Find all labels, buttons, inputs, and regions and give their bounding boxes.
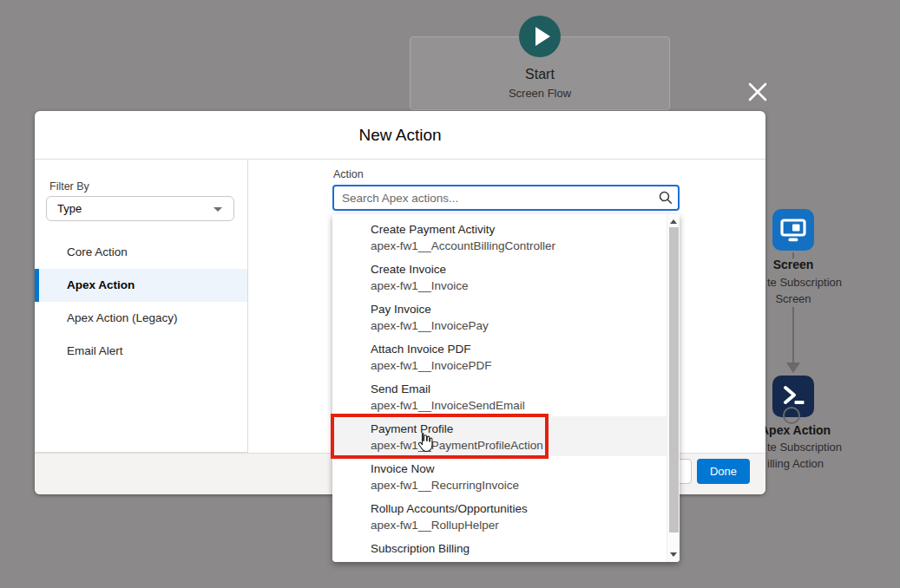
category-label: Core Action (67, 245, 128, 258)
option-attach-invoice-pdf[interactable]: Attach Invoice PDF apex-fw1__InvoicePDF (332, 336, 667, 376)
option-title: Create Invoice (371, 261, 667, 278)
modal-header: New Action (35, 111, 765, 160)
option-subtitle: apex-fw1__Invoice (371, 278, 667, 294)
option-title: Rollup Accounts/Opportunities (371, 500, 667, 517)
apex-node-desc-line1: te Subscription (767, 441, 842, 454)
option-subtitle: apex-fw1__RecurringInvoice (371, 477, 667, 493)
done-button[interactable]: Done (697, 459, 750, 484)
connector-line (792, 307, 794, 363)
connector-arrowhead-icon (786, 363, 800, 373)
sidebar-item-core-action[interactable]: Core Action (35, 236, 247, 269)
scroll-down-icon[interactable] (670, 552, 677, 557)
filter-sidebar: Filter By Type Core Action Apex Action A… (35, 160, 247, 453)
selected-indicator-bar (35, 269, 39, 302)
option-subtitle: apex-fw1__InvoicePDF (371, 357, 667, 374)
category-label: Email Alert (67, 344, 123, 357)
listbox-scrollbar[interactable] (667, 214, 680, 562)
search-input[interactable] (332, 185, 680, 211)
chevron-down-icon (214, 207, 222, 212)
sidebar-item-email-alert[interactable]: Email Alert (35, 335, 247, 368)
connector-point-circle[interactable] (783, 407, 800, 424)
flow-builder-screen: Start Screen Flow Screen te Subscription… (0, 0, 900, 588)
mouse-cursor-icon (414, 431, 437, 460)
option-subtitle: apex-fw1__AccountBillingController (371, 238, 667, 254)
panel-divider (247, 160, 248, 453)
start-node-subtitle: Screen Flow (411, 87, 669, 100)
connector-stub (792, 252, 794, 258)
apex-node-desc-line2: illing Action (767, 457, 824, 470)
action-field-label: Action (333, 168, 364, 180)
scrollbar-thumb[interactable] (669, 227, 679, 532)
apex-node-type-label: Apex Action (760, 423, 831, 437)
filter-type-value: Type (57, 202, 82, 215)
option-create-invoice[interactable]: Create Invoice apex-fw1__Invoice (332, 257, 667, 297)
apex-actions-listbox: Create Payment Activity apex-fw1__Accoun… (332, 214, 680, 562)
option-send-email[interactable]: Send Email apex-fw1__InvoiceSendEmail (332, 376, 667, 416)
action-search-wrap (332, 185, 680, 211)
option-subtitle: apex-fw1__InvoicePay (371, 317, 667, 334)
sidebar-item-apex-action-legacy[interactable]: Apex Action (Legacy) (35, 302, 247, 335)
option-title: Send Email (371, 381, 667, 397)
start-play-icon[interactable] (519, 16, 561, 57)
option-title: Create Payment Activity (371, 221, 667, 238)
option-subtitle: apex-fw1__InvoiceSendEmail (371, 397, 667, 414)
option-title: Attach Invoice PDF (371, 341, 667, 357)
option-create-payment-activity[interactable]: Create Payment Activity apex-fw1__Accoun… (332, 217, 667, 257)
option-pay-invoice[interactable]: Pay Invoice apex-fw1__InvoicePay (332, 297, 667, 336)
category-label: Apex Action (67, 278, 135, 291)
annotation-highlight-box (331, 414, 549, 459)
modal-title: New Action (35, 111, 765, 160)
category-label: Apex Action (Legacy) (67, 311, 178, 324)
option-subscription-billing[interactable]: Subscription Billing (332, 536, 667, 562)
filter-by-label: Filter By (49, 180, 89, 193)
option-title: Pay Invoice (371, 301, 667, 317)
sidebar-item-apex-action[interactable]: Apex Action (35, 269, 247, 302)
search-icon (659, 191, 673, 208)
start-node-title: Start (411, 67, 669, 82)
close-icon[interactable] (747, 82, 768, 102)
filter-type-select[interactable]: Type (46, 196, 234, 221)
option-title: Subscription Billing (371, 540, 667, 557)
play-triangle-icon (535, 27, 550, 46)
screen-node-desc-line1: te Subscription (767, 276, 842, 289)
screen-node-icon[interactable] (772, 209, 814, 251)
option-invoice-now[interactable]: Invoice Now apex-fw1__RecurringInvoice (332, 456, 667, 496)
option-rollup-accounts-opportunities[interactable]: Rollup Accounts/Opportunities apex-fw1__… (332, 496, 667, 536)
option-subtitle: apex-fw1__RollupHelper (371, 517, 667, 533)
scroll-up-icon[interactable] (670, 219, 677, 224)
option-title: Invoice Now (371, 461, 667, 477)
